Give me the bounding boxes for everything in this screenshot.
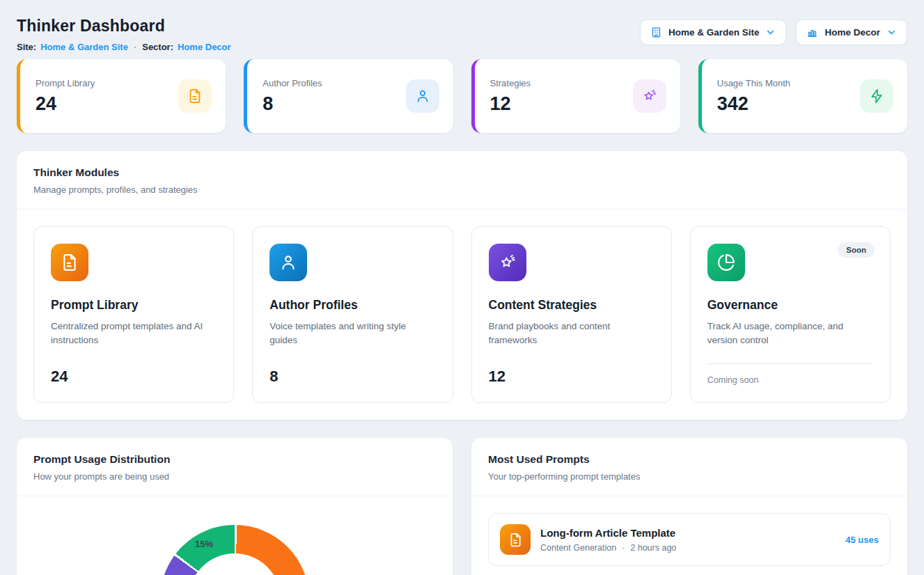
lightning-icon	[860, 79, 893, 113]
header-actions: Home & Garden Site Home Decor	[640, 19, 907, 45]
stat-card-strategies: Strategies 12	[471, 59, 680, 133]
page-header: Thinker Dashboard Site: Home & Garden Si…	[17, 17, 907, 52]
prompt-item-body: Long-form Article Template Content Gener…	[540, 527, 836, 553]
module-count: 24	[51, 368, 217, 386]
prompt-list: Long-form Article Template Content Gener…	[471, 496, 907, 575]
modules-subtitle: Manage prompts, profiles, and strategies	[33, 184, 891, 195]
document-icon	[500, 524, 531, 555]
module-card-governance[interactable]: Soon Governance Track AI usage, complian…	[690, 226, 891, 403]
prompts-card-title: Most Used Prompts	[488, 453, 891, 466]
module-description: Centralized prompt templates and AI inst…	[51, 320, 217, 348]
donut-chart: 15%	[160, 525, 309, 575]
most-used-prompts-card: Most Used Prompts Your top-performing pr…	[471, 438, 907, 575]
usage-distribution-card: Prompt Usage Distribution How your promp…	[17, 438, 453, 575]
modules-header: Thinker Modules Manage prompts, profiles…	[17, 151, 907, 210]
module-description: Brand playbooks and content frameworks	[489, 320, 655, 348]
prompt-item-uses: 45 uses	[845, 535, 879, 545]
stat-value: 342	[717, 93, 790, 115]
user-icon	[406, 79, 439, 113]
breadcrumb: Site: Home & Garden Site · Sector: Home …	[17, 42, 231, 52]
site-dropdown-button[interactable]: Home & Garden Site	[640, 19, 787, 45]
header-left: Thinker Dashboard Site: Home & Garden Si…	[17, 17, 231, 52]
module-description: Voice templates and writing style guides	[269, 320, 435, 348]
page-title: Thinker Dashboard	[17, 17, 231, 36]
pie-chart-icon	[707, 244, 745, 281]
stat-text: Strategies 12	[490, 78, 531, 115]
usage-card-title: Prompt Usage Distribution	[33, 453, 436, 466]
stat-value: 8	[263, 93, 322, 115]
chevron-down-icon	[765, 27, 776, 38]
usage-card-header: Prompt Usage Distribution How your promp…	[17, 438, 453, 496]
module-card-content-strategies[interactable]: Content Strategies Brand playbooks and c…	[471, 226, 672, 403]
stat-label: Strategies	[490, 78, 531, 88]
stats-row: Prompt Library 24 Author Profiles 8	[17, 59, 907, 133]
stat-text: Prompt Library 24	[36, 78, 95, 115]
stat-text: Author Profiles 8	[263, 78, 322, 115]
bar-chart-icon	[806, 26, 818, 38]
site-dropdown-label: Home & Garden Site	[668, 27, 760, 38]
sector-link[interactable]: Home Decor	[178, 42, 231, 52]
prompt-item-meta: Content Generation · 2 hours ago	[540, 543, 836, 553]
module-count: 12	[489, 368, 655, 386]
document-icon	[178, 79, 212, 113]
sector-label: Sector:	[142, 42, 173, 52]
donut-segment-label: 15%	[195, 539, 213, 549]
prompt-item-category: Content Generation	[540, 543, 616, 553]
module-card-prompt-library[interactable]: Prompt Library Centralized prompt templa…	[33, 226, 234, 403]
prompt-item-separator: ·	[622, 543, 625, 553]
stat-card-author-profiles: Author Profiles 8	[244, 59, 453, 133]
module-title: Governance	[707, 298, 873, 313]
prompt-list-item[interactable]: Long-form Article Template Content Gener…	[488, 513, 891, 566]
module-card-author-profiles[interactable]: Author Profiles Voice templates and writ…	[252, 226, 453, 403]
stat-value: 12	[490, 93, 531, 115]
stat-label: Usage This Month	[717, 78, 790, 88]
stat-card-usage: Usage This Month 342	[698, 59, 907, 133]
module-count: 8	[269, 368, 435, 386]
module-title: Author Profiles	[269, 298, 435, 313]
stat-value: 24	[36, 93, 95, 115]
shooting-star-icon	[633, 79, 666, 113]
soon-badge: Soon	[838, 242, 875, 258]
bottom-row: Prompt Usage Distribution How your promp…	[17, 438, 907, 575]
sector-dropdown-button[interactable]: Home Decor	[796, 19, 907, 45]
module-title: Content Strategies	[489, 298, 655, 313]
site-link[interactable]: Home & Garden Site	[40, 42, 128, 52]
sector-dropdown-label: Home Decor	[824, 27, 880, 38]
coming-soon-text: Coming soon	[707, 375, 873, 385]
prompt-item-title: Long-form Article Template	[540, 527, 836, 539]
stat-text: Usage This Month 342	[717, 78, 790, 115]
module-description: Track AI usage, compliance, and version …	[707, 320, 873, 348]
stat-label: Prompt Library	[36, 78, 95, 88]
building-icon	[650, 26, 662, 38]
shooting-star-icon	[489, 244, 526, 281]
modules-title: Thinker Modules	[33, 166, 891, 179]
donut-ring	[160, 525, 309, 575]
module-divider	[707, 363, 873, 364]
prompt-item-time: 2 hours ago	[630, 543, 676, 553]
breadcrumb-separator: ·	[134, 42, 136, 52]
user-icon	[269, 244, 307, 281]
stat-card-prompt-library: Prompt Library 24	[17, 59, 226, 133]
chevron-down-icon	[886, 27, 897, 38]
thinker-modules-section: Thinker Modules Manage prompts, profiles…	[17, 151, 907, 420]
modules-grid: Prompt Library Centralized prompt templa…	[17, 210, 907, 420]
prompts-card-subtitle: Your top-performing prompt templates	[488, 471, 891, 482]
dashboard-page: Thinker Dashboard Site: Home & Garden Si…	[0, 0, 924, 575]
prompts-card-header: Most Used Prompts Your top-performing pr…	[471, 438, 907, 496]
document-icon	[51, 244, 88, 281]
module-title: Prompt Library	[51, 298, 217, 313]
stat-label: Author Profiles	[263, 78, 322, 88]
usage-card-subtitle: How your prompts are being used	[33, 471, 436, 482]
site-label: Site:	[17, 42, 36, 52]
